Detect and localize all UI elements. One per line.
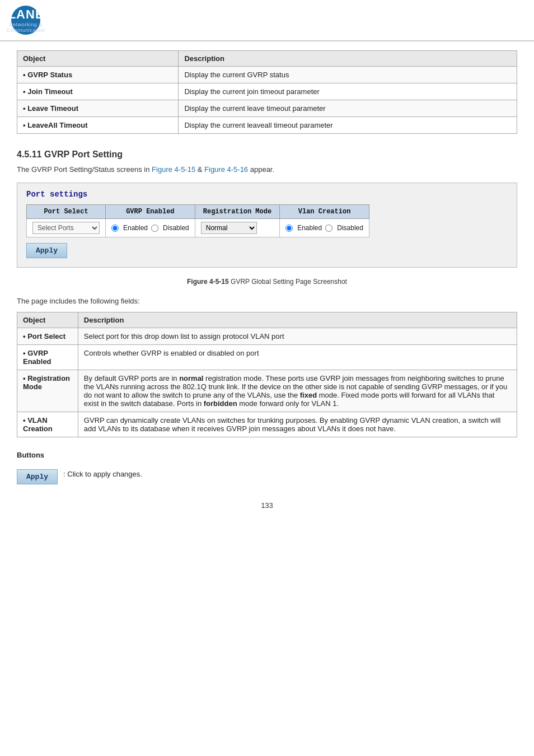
- figure-link-2[interactable]: Figure 4-5-16: [204, 165, 248, 174]
- gvrp-enabled-cell: Enabled Disabled: [106, 219, 195, 237]
- desc-cell: Display the current GVRP status: [179, 67, 517, 83]
- main-content: Object Description • GVRP Status Display…: [0, 41, 534, 538]
- desc-cell: Display the current leaveall timeout par…: [179, 117, 517, 134]
- vlan-disabled-radio[interactable]: [325, 225, 332, 232]
- port-select-cell: Select Ports: [27, 219, 106, 237]
- col-registration-mode: Registration Mode: [195, 205, 279, 219]
- vlan-creation-radio-group: Enabled Disabled: [285, 224, 363, 232]
- buttons-section: Buttons Apply : Click to apply changes.: [17, 451, 517, 484]
- desc-cell: Display the current join timeout paramet…: [179, 83, 517, 100]
- buttons-label: Buttons: [17, 451, 517, 459]
- object-cell: • Port Select: [17, 328, 78, 345]
- desc-cell: Controls whether GVRP is enabled or disa…: [78, 345, 517, 370]
- object-cell: • GVRP Status: [17, 67, 179, 83]
- table-row: • LeaveAll Timeout Display the current l…: [17, 117, 517, 134]
- section-heading: 4.5.11 GVRP Port Setting: [17, 150, 517, 160]
- select-ports-dropdown[interactable]: Select Ports: [32, 222, 100, 234]
- gvrp-enabled-radio[interactable]: [111, 225, 119, 232]
- fields-intro: The page includes the following fields:: [17, 297, 517, 305]
- desc-cell: GVRP can dynamically create VLANs on swi…: [78, 412, 517, 437]
- logo: PLANET Networking & Communication: [11, 6, 40, 35]
- table-row: • VLAN Creation GVRP can dynamically cre…: [17, 412, 517, 437]
- object-cell: • Registration Mode: [17, 370, 78, 412]
- port-settings-box: Port settings Port Select GVRP Enabled R…: [17, 183, 517, 268]
- table-row: • GVRP Enabled Controls whether GVRP is …: [17, 345, 517, 370]
- top-table-col1: Object: [17, 51, 179, 67]
- disabled-label: Disabled: [163, 224, 189, 232]
- logo-sub: Networking & Communication: [0, 22, 52, 33]
- fields-table: Object Description • Port Select Select …: [17, 312, 517, 437]
- logo-text: PLANET: [0, 7, 52, 22]
- port-settings-title: Port settings: [26, 190, 508, 199]
- table-row: • Registration Mode By default GVRP port…: [17, 370, 517, 412]
- table-row: • Port Select Select port for this drop …: [17, 328, 517, 345]
- object-cell: • VLAN Creation: [17, 412, 78, 437]
- top-info-table: Object Description • GVRP Status Display…: [17, 50, 517, 134]
- page-number: 133: [17, 501, 517, 521]
- desc-cell: Display the current leave timeout parame…: [179, 100, 517, 117]
- figure-link-1[interactable]: Figure 4-5-15: [152, 165, 195, 174]
- page-header: PLANET Networking & Communication: [0, 0, 534, 41]
- vlan-enabled-radio[interactable]: [285, 225, 293, 232]
- buttons-apply-button[interactable]: Apply: [17, 469, 58, 484]
- vlan-disabled-label: Disabled: [337, 224, 363, 232]
- port-settings-apply-button[interactable]: Apply: [26, 243, 67, 258]
- registration-mode-select[interactable]: Normal: [201, 222, 257, 234]
- port-settings-row: Select Ports Enabled Disabled No: [27, 219, 369, 237]
- object-cell: • Join Timeout: [17, 83, 179, 100]
- object-cell: • GVRP Enabled: [17, 345, 78, 370]
- col-port-select: Port Select: [27, 205, 106, 219]
- vlan-creation-cell: Enabled Disabled: [280, 219, 369, 237]
- enabled-label: Enabled: [123, 224, 148, 232]
- table-row: • Leave Timeout Display the current leav…: [17, 100, 517, 117]
- gvrp-enabled-radio-group: Enabled Disabled: [111, 224, 189, 232]
- object-cell: • LeaveAll Timeout: [17, 117, 179, 134]
- desc-cell: Select port for this drop down list to a…: [78, 328, 517, 345]
- registration-mode-cell: Normal: [195, 219, 279, 237]
- section-intro: The GVRP Port Setting/Status screens in …: [17, 165, 517, 174]
- registration-desc-cell: By default GVRP ports are in normal regi…: [78, 370, 517, 412]
- object-cell: • Leave Timeout: [17, 100, 179, 117]
- table-row: • GVRP Status Display the current GVRP s…: [17, 67, 517, 83]
- apply-desc: : Click to apply changes.: [63, 470, 142, 478]
- apply-btn-desc: Apply : Click to apply changes.: [17, 464, 517, 484]
- fields-col2: Description: [78, 312, 517, 328]
- col-gvrp-enabled: GVRP Enabled: [106, 205, 195, 219]
- fields-col1: Object: [17, 312, 78, 328]
- table-row: • Join Timeout Display the current join …: [17, 83, 517, 100]
- gvrp-disabled-radio[interactable]: [151, 225, 158, 232]
- figure-caption: Figure 4-5-15 GVRP Global Setting Page S…: [17, 278, 517, 286]
- top-table-col2: Description: [179, 51, 517, 67]
- vlan-enabled-label: Enabled: [297, 224, 322, 232]
- port-settings-table: Port Select GVRP Enabled Registration Mo…: [26, 204, 369, 237]
- col-vlan-creation: Vlan Creation: [280, 205, 369, 219]
